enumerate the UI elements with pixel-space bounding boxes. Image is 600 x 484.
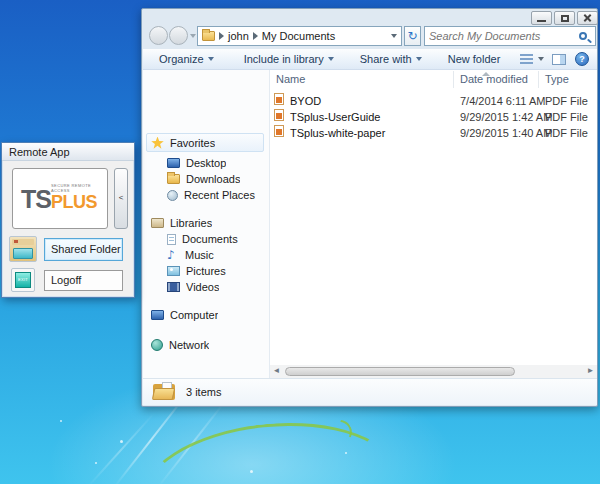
collapse-panel-button[interactable]: <	[114, 168, 128, 229]
wallpaper-sparkle	[60, 420, 62, 422]
file-list-pane: Name Date modified Type BYOD 7/4/2014 6:…	[270, 70, 597, 378]
sidebar-item-network[interactable]: Network	[143, 337, 269, 353]
downloads-icon	[167, 174, 180, 184]
dropdown-caret-icon	[328, 57, 334, 61]
address-bar[interactable]: john My Documents	[197, 26, 402, 46]
sidebar-item-pictures[interactable]: Pictures	[143, 263, 269, 279]
sidebar-item-desktop[interactable]: Desktop	[143, 155, 269, 171]
breadcrumb-folder-icon	[202, 31, 215, 41]
recent-pages-dropdown-icon[interactable]	[190, 34, 196, 38]
computer-icon	[151, 310, 164, 320]
libraries-icon	[151, 218, 164, 228]
share-with-button[interactable]: Share with	[352, 49, 430, 70]
pdf-file-icon	[274, 93, 284, 105]
horizontal-scrollbar[interactable]: ◄ ►	[270, 365, 597, 378]
sidebar-item-downloads[interactable]: Downloads	[143, 171, 269, 187]
desktop-icon	[167, 158, 180, 168]
dropdown-caret-icon	[208, 57, 214, 61]
file-date-modified: 7/4/2014 6:11 AM	[460, 93, 545, 109]
file-row-tsplus-white-paper[interactable]: TSplus-white-paper 9/29/2015 1:40 AM PDF…	[270, 125, 597, 141]
file-name[interactable]: TSplus-white-paper	[290, 125, 385, 141]
search-input[interactable]	[425, 30, 579, 42]
videos-icon	[167, 282, 180, 292]
minimize-button[interactable]	[531, 11, 552, 25]
close-button[interactable]	[577, 11, 598, 25]
include-in-library-button[interactable]: Include in library	[236, 49, 342, 70]
file-type: PDF File	[545, 125, 588, 141]
wallpaper-sparkle	[120, 440, 123, 443]
sidebar-item-music[interactable]: ♪Music	[143, 247, 269, 263]
file-row-byod[interactable]: BYOD 7/4/2014 6:11 AM PDF File	[270, 93, 597, 109]
dropdown-caret-icon	[416, 57, 422, 61]
column-header-type[interactable]: Type	[545, 71, 569, 88]
forward-button[interactable]	[169, 26, 188, 45]
wallpaper-sparkle	[95, 462, 97, 464]
search-box[interactable]	[424, 26, 596, 46]
column-separator[interactable]	[538, 71, 539, 88]
breadcrumb-separator-icon	[253, 32, 258, 40]
back-icon	[154, 32, 162, 40]
wallpaper-sparkle	[345, 452, 347, 454]
column-header-date-modified[interactable]: Date modified	[460, 71, 528, 88]
pictures-icon	[167, 266, 180, 276]
details-pane: 3 items	[143, 378, 597, 405]
folder-icon	[153, 382, 177, 402]
file-type: PDF File	[545, 109, 588, 125]
navigation-pane: Favorites Desktop Downloads Recent Place…	[143, 70, 269, 378]
shared-folder-button[interactable]: Shared Folder	[44, 238, 123, 261]
exit-icon[interactable]: EXIT	[11, 268, 35, 292]
refresh-icon: ↻	[407, 29, 417, 43]
sidebar-item-favorites[interactable]: Favorites	[143, 135, 269, 151]
documents-icon	[167, 234, 176, 245]
remote-app-titlebar[interactable]: Remote App	[2, 143, 134, 161]
sidebar-item-computer[interactable]: Computer	[143, 307, 269, 323]
items-count: 3 items	[186, 386, 221, 398]
address-dropdown-icon[interactable]	[391, 34, 397, 38]
file-type: PDF File	[545, 93, 588, 109]
breadcrumb-separator-icon	[219, 32, 224, 40]
pdf-file-icon	[274, 109, 284, 121]
organize-button[interactable]: Organize	[151, 49, 222, 70]
tsplus-logo-ts: TS	[21, 185, 51, 213]
tsplus-logo-plus: PLUS	[51, 192, 97, 212]
search-icon[interactable]	[579, 32, 587, 40]
back-button[interactable]	[149, 26, 168, 45]
file-name[interactable]: TSplus-UserGuide	[290, 109, 380, 125]
scroll-right-icon[interactable]: ►	[584, 365, 597, 378]
preview-pane-icon[interactable]	[552, 54, 566, 65]
file-date-modified: 9/29/2015 1:40 AM	[460, 125, 552, 141]
change-view-icon[interactable]	[520, 54, 533, 64]
scroll-left-icon[interactable]: ◄	[270, 365, 283, 378]
remote-app-title: Remote App	[9, 146, 70, 158]
command-toolbar: Organize Include in library Share with N…	[143, 49, 597, 70]
network-icon	[151, 339, 163, 351]
maximize-icon	[561, 15, 569, 22]
sidebar-item-libraries[interactable]: Libraries	[143, 215, 269, 231]
file-row-tsplus-userguide[interactable]: TSplus-UserGuide 9/29/2015 1:42 AM PDF F…	[270, 109, 597, 125]
remote-app-window: Remote App SECURE REMOTE ACCESS TSPLUS <…	[1, 142, 135, 298]
explorer-window: john My Documents ↻ Organize Include in …	[141, 8, 598, 407]
column-header-name[interactable]: Name	[276, 71, 305, 88]
maximize-button[interactable]	[554, 11, 575, 25]
shared-folder-icon[interactable]	[9, 236, 37, 262]
minimize-icon	[537, 20, 546, 22]
sidebar-item-videos[interactable]: Videos	[143, 279, 269, 295]
refresh-button[interactable]: ↻	[404, 26, 421, 46]
logoff-button[interactable]: Logoff	[44, 270, 123, 291]
horizontal-scrollbar-thumb[interactable]	[285, 367, 515, 376]
breadcrumb-segment-folder[interactable]: My Documents	[262, 30, 335, 42]
music-icon: ♪	[167, 249, 179, 261]
help-icon: ?	[579, 54, 585, 64]
collapse-chevron-icon: <	[119, 193, 124, 202]
help-button[interactable]: ?	[575, 52, 589, 66]
sidebar-item-recent-places[interactable]: Recent Places	[143, 187, 269, 203]
new-folder-button[interactable]: New folder	[440, 49, 509, 70]
sidebar-item-documents[interactable]: Documents	[143, 231, 269, 247]
file-name[interactable]: BYOD	[290, 93, 321, 109]
column-separator[interactable]	[453, 71, 454, 88]
change-view-dropdown-icon[interactable]	[538, 57, 544, 61]
favorites-star-icon	[151, 137, 164, 150]
breadcrumb-segment-user[interactable]: john	[228, 30, 249, 42]
file-date-modified: 9/29/2015 1:42 AM	[460, 109, 552, 125]
tsplus-logo: SECURE REMOTE ACCESS TSPLUS	[12, 168, 108, 229]
